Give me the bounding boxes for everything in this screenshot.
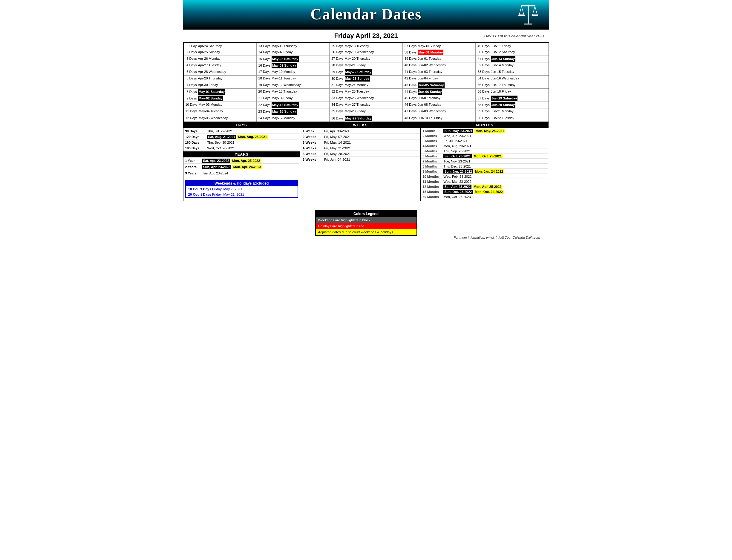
list-item: 5 MonthsThu, Sep. 23-2021 [421,149,548,154]
table-row: 54 DaysJun-16 Wednesday [476,76,549,82]
table-row: 45 DaysJun-07 Monday [403,95,476,102]
list-item: 180 DaysWed, Oct. 20-2021 [184,146,299,151]
weekends-header: Weekends & Holidays Excluded [186,180,297,186]
scales-icon [516,3,540,28]
list-item: 4 WeeksFri, May. 21-2021 [301,146,420,151]
table-row: 42 DaysJun-04 Friday [403,76,476,82]
table-row: 8 DaysMay-01 Saturday [183,89,257,95]
svg-line-8 [535,6,537,15]
table-row: 32 DaysMay-25 Tuesday [329,89,403,95]
svg-rect-6 [518,14,525,16]
table-row: 25 DaysMay-18 Tuesday [329,43,403,49]
table-row: 53 DaysJun-15 Tuesday [476,69,549,76]
table-row: 10 DaysMay-03 Monday [183,102,257,108]
table-row: 14 DaysMay-07 Friday [256,49,329,56]
list-item: 18 MonthsSun, Oct. 23-2022Mon. Oct. 24-2… [421,190,548,194]
days-table: 90 DaysThu, Jul. 22-2021120 DaysSat, Aug… [183,128,300,151]
table-row: 29 DaysMay-22 Saturday [329,69,403,76]
page-title: Calendar Dates [310,5,422,23]
table-row: 30 DaysMay-23 Sunday [329,76,403,82]
table-row: 50 DaysJun-12 Saturday [476,49,549,56]
list-item: 3 YearsTue, Apr. 23-2024 [184,171,299,176]
table-row: 35 DaysMay-28 Friday [329,108,403,115]
svg-line-7 [533,6,535,15]
table-row: 51 DaysJun-13 Sunday [476,56,549,62]
list-item: 10 MonthsWed, Feb. 23-2022 [421,174,548,179]
table-row: 59 DaysJun-21 Monday [476,108,549,115]
table-row: 48 DaysJun-10 Thursday [403,115,476,122]
main-calendar: 1 DayApr-24 Saturday13 DaysMay-06 Thursd… [183,43,549,122]
svg-line-4 [519,6,521,15]
table-row: 57 DaysJun-19 Saturday [476,95,549,102]
weekends-box: Weekends & Holidays Excluded 10 Court Da… [185,180,298,198]
list-item: 120 DaysSat, Aug. 21-2021Mon. Aug. 23-20… [184,134,299,139]
table-row: 31 DaysMay-24 Monday [329,82,403,89]
table-row: 52 DaysJun-14 Monday [476,62,549,69]
years-section-header: YEARS [183,151,300,157]
list-item: 160 DaysThu, Sep. 30-2021 [184,140,299,145]
date-bar: Friday April 23, 2021 Day 113 of this ca… [183,30,549,43]
list-item: 11 MonthsWed, Mar. 23-2022 [421,179,548,184]
table-row: 38 DaysMay-31 Monday [403,49,476,56]
list-item: 6 WeeksFri, Jun. 04-2021 [301,157,420,162]
list-item: 6 MonthsSat, Oct. 23-2021Mon. Oct. 25-20… [421,154,548,159]
table-row: 6 DaysApr-29 Thursday [183,76,257,82]
table-row: 21 DaysMay-14 Friday [256,95,329,102]
svg-rect-2 [528,22,529,23]
left-bottom: DAYS 90 DaysThu, Jul. 22-2021120 DaysSat… [183,122,300,201]
table-row: 7 DaysApr-30 Friday [183,82,257,89]
table-row: 46 DaysJun-08 Tuesday [403,102,476,108]
table-row: 56 DaysJun-18 Friday [476,89,549,95]
table-row: 40 DaysJun-02 Wednesday [403,62,476,69]
weeks-table: 1 WeekFri, Apr. 30-20212 WeeksFri, May. … [300,128,421,163]
table-row: 41 DaysJun-03 Thursday [403,69,476,76]
list-item: 3 WeeksFri, May. 14-2021 [301,140,420,145]
list-item: 3 MonthsFri, Jul. 23-2021 [421,139,548,143]
list-item: 9 MonthsSun, Jan. 23-2022Mon. Jan. 24-20… [421,169,548,174]
days-section-header: DAYS [183,122,300,128]
table-row: 27 DaysMay-20 Thursday [329,56,403,62]
list-item: 5 WeeksFri, May. 28-2021 [301,151,420,157]
table-row: 11 DaysMay-04 Tuesday [183,108,257,115]
bottom-sections: DAYS 90 DaysThu, Jul. 22-2021120 DaysSat… [183,122,549,201]
list-item: 8 MonthsThu, Dec. 23-2021 [421,164,548,169]
table-row: 34 DaysMay-27 Thursday [329,102,403,108]
list-item: 30 MonthsMon, Oct. 23-2023 [421,195,548,199]
list-item: 2 WeeksFri, May. 07-2021 [301,134,420,139]
list-item: 4 MonthsMon, Aug. 23-2021 [421,144,548,148]
table-row: 55 DaysJun-17 Thursday [476,82,549,89]
table-row: 9 DaysMay-02 Sunday [183,95,257,102]
svg-rect-1 [521,5,535,6]
list-item: 1 YearSat, Apr. 23-2022Mon. Apr. 25-2022 [184,158,299,164]
list-item: 10 Court Days Friday, May 7, 2021 [186,186,297,192]
table-row: 60 DaysJun-22 Tuesday [476,115,549,122]
table-row: 12 DaysMay-05 Wednesday [183,115,257,122]
weeks-section: WEEKS 1 WeekFri, Apr. 30-20212 WeeksFri,… [300,122,421,201]
table-row: 37 DaysMay-30 Sunday [403,43,476,49]
current-date: Friday April 23, 2021 [334,32,398,40]
list-item: 1 MonthSun, May. 23-2021Mon. May. 24-202… [421,129,548,133]
list-item: 2 MonthsWed, Jun. 23-2021 [421,134,548,138]
table-row: 17 DaysMay-10 Monday [256,69,329,76]
table-row: 36 DaysMay-29 Saturday [329,115,403,122]
table-row: 47 DaysJun-09 Wednesday [403,108,476,115]
months-table: 1 MonthSun, May. 23-2021Mon. May. 24-202… [421,128,549,200]
table-row: 3 DaysApr-26 Monday [183,56,257,62]
table-row: 22 DaysMay-15 Saturday [256,102,329,108]
table-row: 49 DaysJun-11 Friday [476,43,549,49]
footer-info: For more information, email: Info@CourtC… [417,233,546,242]
table-row: 44 DaysJun-06 Sunday [403,89,476,95]
table-row: 39 DaysJun-01 Tuesday [403,56,476,62]
table-row: 1 DayApr-24 Saturday [183,43,257,49]
months-section-header: MONTHS [421,122,549,128]
table-row: 33 DaysMay-26 Wednesday [329,95,403,102]
list-item: 2 YearsSun, Apr. 23-2023Mon. Apr. 24-202… [184,164,299,170]
table-row: 2 DaysApr-25 Sunday [183,49,257,56]
list-item: 7 MonthsTue, Nov. 23-2021 [421,159,548,164]
table-row: 43 DaysJun-05 Saturday [403,82,476,89]
list-item: 20 Court Days Friday, May 21, 2021 [186,192,297,197]
table-row: 15 DaysMay-08 Saturday [256,56,329,62]
list-item: Weekends are highlighted in black [316,217,417,223]
table-row: 24 DaysMay-17 Monday [256,115,329,122]
page-header: Calendar Dates [183,0,549,30]
